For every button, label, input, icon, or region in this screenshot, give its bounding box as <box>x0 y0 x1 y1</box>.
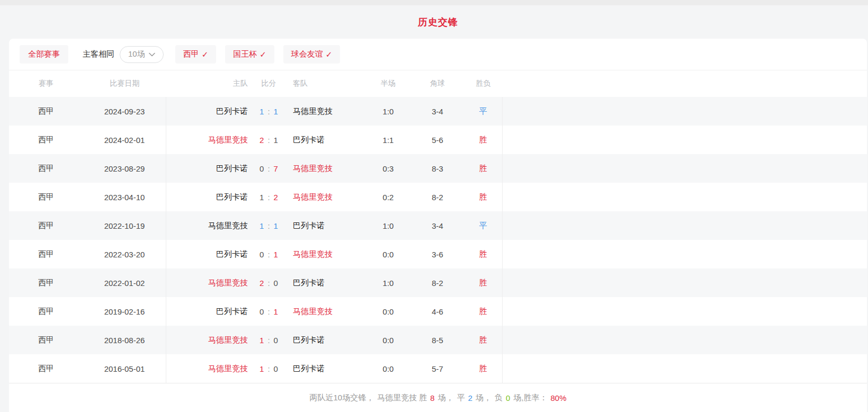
away-score: 2 <box>274 193 278 202</box>
cell-halftime: 1:1 <box>365 126 411 154</box>
cell-home-team[interactable]: 马德里竞技 <box>166 268 249 297</box>
cell-filler <box>503 326 867 354</box>
score-colon: : <box>267 221 270 230</box>
score-colon: : <box>267 164 270 173</box>
cell-home-team[interactable]: 巴列卡诺 <box>166 297 249 326</box>
table-row[interactable]: 西甲 2024-02-01 马德里竞技 2:1 巴列卡诺 1:1 5-6 胜 <box>9 126 867 154</box>
cell-away-team[interactable]: 马德里竞技 <box>289 97 365 126</box>
cell-away-team[interactable]: 马德里竞技 <box>289 183 365 211</box>
cell-home-team[interactable]: 马德里竞技 <box>166 354 249 383</box>
cell-filler <box>503 240 867 268</box>
table-row[interactable]: 西甲 2022-01-02 马德里竞技 2:0 巴列卡诺 1:0 8-2 胜 <box>9 268 867 297</box>
cell-away-team[interactable]: 巴列卡诺 <box>289 354 365 383</box>
competition-chip-label: 球会友谊 <box>291 49 323 59</box>
all-events-button[interactable]: 全部赛事 <box>20 45 68 64</box>
match-count-value: 10场 <box>128 49 145 59</box>
cell-date: 2019-02-16 <box>83 297 166 326</box>
cell-halftime: 0:3 <box>365 154 411 183</box>
competition-chip[interactable]: 国王杯 ✓ <box>225 45 274 64</box>
cell-away-team[interactable]: 巴列卡诺 <box>289 126 365 154</box>
h2h-panel: 全部赛事 主客相同 10场 西甲 ✓ 国王杯 ✓ 球会友谊 ✓ 赛事 比赛日期 … <box>9 39 867 412</box>
table-row[interactable]: 西甲 2024-09-23 巴列卡诺 1:1 马德里竞技 1:0 3-4 平 <box>9 97 867 126</box>
col-header-result: 胜负 <box>464 70 503 97</box>
cell-league: 西甲 <box>9 126 83 154</box>
cell-date: 2016-05-01 <box>83 354 166 383</box>
cell-home-team[interactable]: 马德里竞技 <box>166 126 249 154</box>
cell-score: 1:1 <box>249 211 289 240</box>
check-icon: ✓ <box>202 50 209 59</box>
col-header-corners: 角球 <box>411 70 464 97</box>
cell-filler <box>503 354 867 383</box>
cell-halftime: 1:0 <box>365 211 411 240</box>
summary-segment: 8 <box>430 393 434 402</box>
cell-filler <box>503 297 867 326</box>
competition-chip[interactable]: 球会友谊 ✓ <box>283 45 341 64</box>
score-colon: : <box>267 250 270 259</box>
score-colon: : <box>267 364 270 373</box>
table-header: 赛事 比赛日期 主队 比分 客队 半场 角球 胜负 <box>9 70 867 97</box>
table-row[interactable]: 西甲 2016-05-01 马德里竞技 1:0 巴列卡诺 0:0 5-7 胜 <box>9 354 867 383</box>
cell-away-team[interactable]: 巴列卡诺 <box>289 268 365 297</box>
cell-result: 平 <box>464 97 503 126</box>
cell-away-team[interactable]: 马德里竞技 <box>289 297 365 326</box>
cell-home-team[interactable]: 马德里竞技 <box>166 326 249 354</box>
cell-result: 胜 <box>464 354 503 383</box>
cell-result: 胜 <box>464 154 503 183</box>
cell-corners: 8-2 <box>411 183 464 211</box>
summary-row: 两队近10场交锋，马德里竞技 胜8场，平2场，负0场,胜率：80% <box>9 383 867 412</box>
home-score: 1 <box>259 193 264 202</box>
cell-result: 胜 <box>464 183 503 211</box>
cell-away-team[interactable]: 巴列卡诺 <box>289 326 365 354</box>
cell-result: 平 <box>464 211 503 240</box>
table-row[interactable]: 西甲 2022-10-19 马德里竞技 1:1 巴列卡诺 1:0 3-4 平 <box>9 211 867 240</box>
cell-league: 西甲 <box>9 326 83 354</box>
home-score: 0 <box>259 250 264 259</box>
table-row[interactable]: 西甲 2022-03-20 巴列卡诺 0:1 马德里竞技 0:0 3-6 胜 <box>9 240 867 268</box>
col-header-filler <box>503 70 867 97</box>
home-score: 2 <box>259 279 264 288</box>
home-score: 1 <box>259 107 264 116</box>
cell-home-team[interactable]: 巴列卡诺 <box>166 240 249 268</box>
cell-corners: 3-6 <box>411 240 464 268</box>
score-colon: : <box>267 107 270 116</box>
cell-corners: 3-4 <box>411 97 464 126</box>
summary-segment: 80% <box>551 393 567 402</box>
same-venue-toggle[interactable]: 主客相同 <box>83 49 114 59</box>
home-score: 1 <box>259 364 264 373</box>
cell-filler <box>503 97 867 126</box>
col-header-date: 比赛日期 <box>83 70 166 97</box>
page-title: 历史交锋 <box>418 16 458 29</box>
cell-corners: 8-2 <box>411 268 464 297</box>
cell-home-team[interactable]: 巴列卡诺 <box>166 154 249 183</box>
table-row[interactable]: 西甲 2018-08-26 马德里竞技 1:0 巴列卡诺 0:0 8-5 胜 <box>9 326 867 354</box>
cell-home-team[interactable]: 巴列卡诺 <box>166 183 249 211</box>
table-row[interactable]: 西甲 2019-02-16 巴列卡诺 0:1 马德里竞技 0:0 4-6 胜 <box>9 297 867 326</box>
cell-score: 1:0 <box>249 354 289 383</box>
away-score: 1 <box>274 221 278 230</box>
cell-corners: 8-5 <box>411 326 464 354</box>
cell-away-team[interactable]: 巴列卡诺 <box>289 211 365 240</box>
cell-halftime: 0:0 <box>365 326 411 354</box>
cell-away-team[interactable]: 马德里竞技 <box>289 154 365 183</box>
score-colon: : <box>267 336 270 345</box>
cell-result: 胜 <box>464 297 503 326</box>
home-score: 0 <box>259 307 264 316</box>
cell-halftime: 1:0 <box>365 97 411 126</box>
table-row[interactable]: 西甲 2023-08-29 巴列卡诺 0:7 马德里竞技 0:3 8-3 胜 <box>9 154 867 183</box>
cell-date: 2023-08-29 <box>83 154 166 183</box>
col-header-score: 比分 <box>249 70 289 97</box>
cell-score: 1:2 <box>249 183 289 211</box>
cell-score: 0:1 <box>249 297 289 326</box>
cell-home-team[interactable]: 巴列卡诺 <box>166 97 249 126</box>
cell-home-team[interactable]: 马德里竞技 <box>166 211 249 240</box>
home-score: 0 <box>259 164 264 173</box>
cell-result: 胜 <box>464 326 503 354</box>
table-row[interactable]: 西甲 2023-04-10 巴列卡诺 1:2 马德里竞技 0:2 8-2 胜 <box>9 183 867 211</box>
cell-date: 2024-09-23 <box>83 97 166 126</box>
cell-halftime: 0:0 <box>365 297 411 326</box>
cell-away-team[interactable]: 马德里竞技 <box>289 240 365 268</box>
competition-chip[interactable]: 西甲 ✓ <box>175 45 217 64</box>
away-score: 1 <box>274 250 278 259</box>
match-count-select[interactable]: 10场 <box>120 46 164 63</box>
away-score: 0 <box>274 279 278 288</box>
